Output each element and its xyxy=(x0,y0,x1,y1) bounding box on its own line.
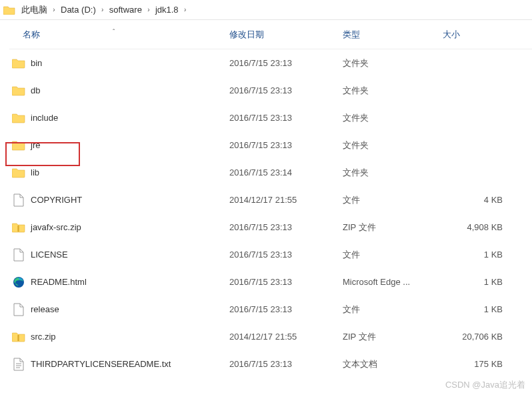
folder-icon xyxy=(12,84,25,97)
file-row[interactable]: src.zip2014/12/17 21:55ZIP 文件20,706 KB xyxy=(9,323,532,350)
file-row[interactable]: README.html2016/7/15 23:13Microsoft Edge… xyxy=(9,268,532,296)
watermark-text: CSDN @Java追光着 xyxy=(445,379,525,391)
file-row[interactable]: javafx-src.zip2016/7/15 23:13ZIP 文件4,908… xyxy=(9,214,532,241)
file-type: ZIP 文件 xyxy=(343,331,443,343)
location-folder-icon xyxy=(3,3,16,17)
file-type: 文件夹 xyxy=(343,167,443,179)
file-type: 文件 xyxy=(343,194,443,206)
folder-icon xyxy=(12,111,25,125)
file-type: 文件 xyxy=(343,249,443,261)
folder-icon xyxy=(12,139,25,152)
file-date: 2016/7/15 23:13 xyxy=(229,277,343,287)
file-size: 175 KB xyxy=(443,359,509,369)
file-size: 1 KB xyxy=(443,250,509,260)
file-name: lib xyxy=(31,167,39,177)
chevron-right-icon[interactable]: › xyxy=(180,6,191,13)
file-date: 2016/7/15 23:13 xyxy=(229,304,343,314)
chevron-right-icon[interactable]: › xyxy=(97,6,108,13)
file-type: 文件夹 xyxy=(343,57,443,69)
file-type: 文件夹 xyxy=(343,112,443,124)
file-icon xyxy=(12,303,25,316)
file-row[interactable]: LICENSE2016/7/15 23:13文件1 KB xyxy=(9,241,532,268)
file-date: 2016/7/15 23:13 xyxy=(229,222,343,232)
file-row[interactable]: jre2016/7/15 23:13文件夹 xyxy=(9,131,532,159)
column-header-size[interactable]: 大小 xyxy=(443,29,509,41)
edge-icon xyxy=(12,276,25,289)
zip-icon xyxy=(12,221,25,234)
file-size: 20,706 KB xyxy=(443,332,509,342)
file-name: release xyxy=(31,304,59,314)
file-row[interactable]: lib2016/7/15 23:14文件夹 xyxy=(9,159,532,186)
file-icon xyxy=(12,193,25,207)
file-name: README.html xyxy=(31,277,87,287)
file-row[interactable]: COPYRIGHT2014/12/17 21:55文件4 KB xyxy=(9,186,532,214)
column-header-type[interactable]: 类型 xyxy=(343,29,443,41)
column-header-date[interactable]: 修改日期 xyxy=(229,29,343,41)
folder-icon xyxy=(12,166,25,179)
file-type: 文本文档 xyxy=(343,358,443,370)
breadcrumb-item-3[interactable]: jdk1.8 xyxy=(154,5,180,15)
file-size: 4,908 KB xyxy=(443,222,509,232)
breadcrumb-item-0[interactable]: 此电脑 xyxy=(20,4,49,16)
file-list: bin2016/7/15 23:13文件夹db2016/7/15 23:13文件… xyxy=(9,49,532,378)
breadcrumb-bar: 此电脑 › Data (D:) › software › jdk1.8 › xyxy=(0,0,532,20)
file-row[interactable]: release2016/7/15 23:13文件1 KB xyxy=(9,296,532,323)
file-row[interactable]: THIRDPARTYLICENSEREADME.txt2016/7/15 23:… xyxy=(9,350,532,378)
file-date: 2016/7/15 23:13 xyxy=(229,250,343,260)
file-size: 4 KB xyxy=(443,195,509,205)
breadcrumb-item-2[interactable]: software xyxy=(108,5,143,15)
file-name: src.zip xyxy=(31,332,56,342)
file-name: javafx-src.zip xyxy=(31,222,81,232)
file-date: 2016/7/15 23:13 xyxy=(229,85,343,95)
file-type: 文件夹 xyxy=(343,139,443,151)
file-name: COPYRIGHT xyxy=(31,195,82,205)
file-size: 1 KB xyxy=(443,277,509,287)
file-type: 文件夹 xyxy=(343,85,443,97)
file-date: 2016/7/15 23:14 xyxy=(229,167,343,177)
file-row[interactable]: include2016/7/15 23:13文件夹 xyxy=(9,104,532,131)
file-row[interactable]: bin2016/7/15 23:13文件夹 xyxy=(9,49,532,77)
file-date: 2016/7/15 23:13 xyxy=(229,58,343,68)
breadcrumb-item-1[interactable]: Data (D:) xyxy=(59,5,97,15)
file-date: 2016/7/15 23:13 xyxy=(229,359,343,369)
column-header-name[interactable]: 名称 ˆ xyxy=(9,29,229,41)
file-icon xyxy=(12,248,25,262)
file-size: 1 KB xyxy=(443,304,509,314)
column-header-row: 名称 ˆ 修改日期 类型 大小 xyxy=(9,20,532,49)
file-type: ZIP 文件 xyxy=(343,222,443,234)
folder-icon xyxy=(12,57,25,70)
file-type: 文件 xyxy=(343,304,443,316)
chevron-right-icon[interactable]: › xyxy=(49,6,59,13)
file-date: 2016/7/15 23:13 xyxy=(229,140,343,150)
file-name: LICENSE xyxy=(31,250,68,260)
zip-icon xyxy=(12,330,25,344)
file-date: 2016/7/15 23:13 xyxy=(229,113,343,123)
chevron-right-icon[interactable]: › xyxy=(143,6,154,13)
text-icon xyxy=(12,358,25,371)
file-date: 2014/12/17 21:55 xyxy=(229,332,343,342)
file-name: THIRDPARTYLICENSEREADME.txt xyxy=(31,359,171,369)
file-type: Microsoft Edge ... xyxy=(343,277,443,287)
file-name: db xyxy=(31,85,40,95)
sort-indicator-icon: ˆ xyxy=(113,29,115,36)
file-name: jre xyxy=(31,140,40,150)
file-row[interactable]: db2016/7/15 23:13文件夹 xyxy=(9,77,532,104)
file-name: bin xyxy=(31,58,42,68)
file-date: 2014/12/17 21:55 xyxy=(229,195,343,205)
file-name: include xyxy=(31,113,58,123)
